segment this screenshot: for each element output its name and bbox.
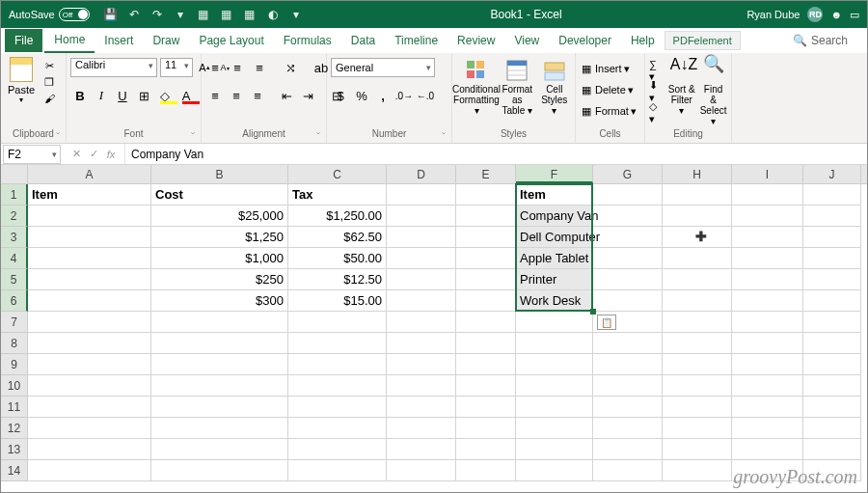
cell-J12[interactable]	[803, 418, 861, 439]
save-icon[interactable]: 💾	[101, 5, 121, 24]
tab-pagelayout[interactable]: Page Layout	[189, 29, 273, 52]
row-header-7[interactable]: 7	[1, 312, 28, 333]
formula-input[interactable]: Company Van	[125, 148, 867, 161]
decrease-decimal-icon[interactable]: ←.0	[416, 86, 435, 105]
cell-C8[interactable]	[288, 333, 387, 354]
select-all-corner[interactable]	[1, 165, 28, 183]
cell-E12[interactable]	[456, 418, 516, 439]
cell-B11[interactable]	[151, 397, 288, 418]
border-button[interactable]: ⊞	[134, 86, 153, 105]
align-top-icon[interactable]: ≡	[205, 58, 225, 77]
ribbon-options-icon[interactable]: ▭	[850, 9, 859, 21]
tab-formulas[interactable]: Formulas	[274, 29, 341, 52]
cell-H1[interactable]	[663, 184, 732, 205]
cell-E9[interactable]	[456, 354, 516, 375]
row-header-12[interactable]: 12	[1, 418, 28, 439]
cell-A5[interactable]	[28, 269, 151, 290]
cell-G11[interactable]	[593, 397, 663, 418]
cell-C11[interactable]	[288, 397, 387, 418]
redo-icon[interactable]: ↷	[148, 5, 167, 24]
cell-A2[interactable]	[28, 205, 151, 227]
cell-J5[interactable]	[803, 269, 861, 290]
cell-D9[interactable]	[387, 354, 456, 375]
cells-area[interactable]: ItemCostTaxItem$25,000$1,250.00Company V…	[28, 184, 861, 481]
cell-H11[interactable]	[663, 397, 732, 418]
cell-I3[interactable]	[732, 227, 803, 248]
face-icon[interactable]: ☻	[830, 9, 842, 20]
row-header-5[interactable]: 5	[1, 269, 28, 290]
cell-G1[interactable]	[593, 184, 663, 205]
cell-styles-button[interactable]: Cell Styles ▾	[538, 57, 572, 116]
cell-E1[interactable]	[456, 184, 516, 205]
cell-D11[interactable]	[387, 397, 456, 418]
cell-A3[interactable]	[28, 227, 151, 248]
cell-C1[interactable]: Tax	[288, 184, 387, 205]
cell-H6[interactable]	[663, 290, 732, 312]
decrease-indent-icon[interactable]: ⇤	[277, 86, 296, 105]
row-header-3[interactable]: 3	[1, 227, 28, 248]
percent-icon[interactable]: %	[352, 86, 371, 105]
clear-button[interactable]: ◇ ▾	[649, 103, 664, 123]
cell-A8[interactable]	[28, 333, 151, 354]
fill-color-button[interactable]: ◇	[155, 86, 175, 105]
cell-A1[interactable]: Item	[28, 184, 151, 205]
cell-I12[interactable]	[732, 418, 803, 439]
cell-G4[interactable]	[593, 248, 663, 269]
cell-A11[interactable]	[28, 397, 151, 418]
cell-A6[interactable]	[28, 290, 151, 312]
col-header-D[interactable]: D	[387, 165, 456, 183]
cell-G12[interactable]	[593, 418, 663, 439]
cell-F9[interactable]	[516, 354, 593, 375]
cell-E5[interactable]	[456, 269, 516, 290]
cell-C12[interactable]	[288, 418, 387, 439]
align-middle-icon[interactable]: ≡	[228, 58, 247, 77]
cell-F6[interactable]: Work Desk	[516, 290, 593, 312]
col-header-G[interactable]: G	[593, 165, 663, 183]
row-header-4[interactable]: 4	[1, 248, 28, 269]
cell-E2[interactable]	[456, 205, 516, 227]
cell-G8[interactable]	[593, 333, 663, 354]
orientation-icon[interactable]: ⤭	[281, 58, 300, 77]
cell-H4[interactable]	[663, 248, 732, 269]
cell-A7[interactable]	[28, 312, 151, 333]
cell-D2[interactable]	[387, 205, 456, 227]
row-header-13[interactable]: 13	[1, 439, 28, 460]
search-button[interactable]: 🔍 Search	[793, 34, 848, 47]
touch-mode-icon[interactable]: ◐	[263, 5, 283, 24]
cell-J3[interactable]	[803, 227, 861, 248]
cell-F12[interactable]	[516, 418, 593, 439]
enter-formula-icon[interactable]: ✓	[86, 148, 101, 160]
find-select-button[interactable]: 🔍 Find & Select ▾	[699, 57, 727, 126]
cell-J6[interactable]	[803, 290, 861, 312]
cell-B2[interactable]: $25,000	[151, 205, 288, 227]
cell-F13[interactable]	[516, 439, 593, 460]
format-painter-icon[interactable]: 🖌	[41, 92, 57, 105]
cell-D10[interactable]	[387, 375, 456, 397]
cell-C9[interactable]	[288, 354, 387, 375]
cell-F7[interactable]	[516, 312, 593, 333]
cell-E11[interactable]	[456, 397, 516, 418]
font-size-select[interactable]: 11	[160, 58, 193, 77]
cell-E6[interactable]	[456, 290, 516, 312]
cell-D6[interactable]	[387, 290, 456, 312]
format-cells-button[interactable]: ▦Format ▾	[580, 101, 637, 121]
cell-E14[interactable]	[456, 460, 516, 481]
user-avatar[interactable]: RD	[807, 7, 823, 22]
cell-A13[interactable]	[28, 439, 151, 460]
row-header-14[interactable]: 14	[1, 460, 28, 481]
qat-icon[interactable]: ▦	[217, 5, 236, 24]
cell-I9[interactable]	[732, 354, 803, 375]
cell-F11[interactable]	[516, 397, 593, 418]
cell-J7[interactable]	[803, 312, 861, 333]
qat-icon[interactable]: ▦	[240, 5, 259, 24]
col-header-I[interactable]: I	[732, 165, 803, 183]
cell-B7[interactable]	[151, 312, 288, 333]
row-header-2[interactable]: 2	[1, 205, 28, 227]
align-center-icon[interactable]: ≡	[227, 86, 246, 105]
cell-F8[interactable]	[516, 333, 593, 354]
cell-E8[interactable]	[456, 333, 516, 354]
col-header-A[interactable]: A	[28, 165, 151, 183]
cell-I4[interactable]	[732, 248, 803, 269]
cell-C14[interactable]	[288, 460, 387, 481]
cell-G5[interactable]	[593, 269, 663, 290]
